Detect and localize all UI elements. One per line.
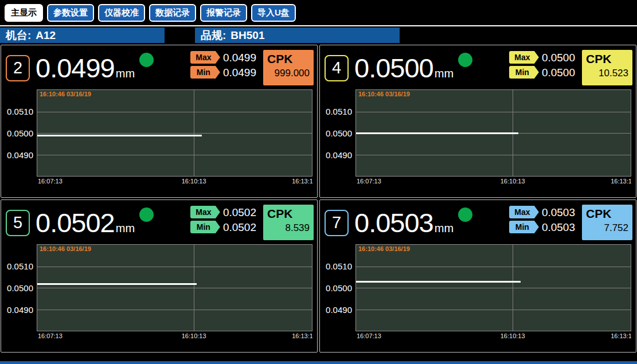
measurement-unit: mm xyxy=(435,67,454,80)
min-value: 0.0503 xyxy=(542,222,575,233)
x-axis: 16:07:13 16:10:13 16:13:13 xyxy=(355,178,631,186)
status-indicator xyxy=(139,208,154,222)
x-tick: 16:13:13 xyxy=(292,178,312,185)
chart-timestamp: 16:10:46 03/16/19 xyxy=(358,91,410,97)
chart-trace xyxy=(356,281,521,283)
chart-timestamp: 16:10:46 03/16/19 xyxy=(40,245,91,252)
channel-number: 4 xyxy=(325,55,349,81)
max-row: Max 0.0499 xyxy=(190,51,256,64)
cpk-label: CPK xyxy=(586,52,628,66)
measurement-unit: mm xyxy=(435,222,454,235)
x-tick: 16:10:13 xyxy=(182,332,206,339)
min-value: 0.0499 xyxy=(223,67,256,78)
panel-header: 4 0.0500 mm Max 0.0500 Min 0.0500 CPK 10… xyxy=(320,45,636,88)
status-indicator xyxy=(458,208,472,222)
cpk-label: CPK xyxy=(267,52,310,66)
x-tick: 16:13:13 xyxy=(292,332,312,339)
trend-chart: 16:10:46 03/16/19 xyxy=(355,244,631,331)
trend-chart: 16:10:46 03/16/19 xyxy=(37,244,312,331)
y-tick: 0.0500 xyxy=(7,128,33,138)
product-value: BH501 xyxy=(230,29,264,42)
grid-line xyxy=(37,133,312,134)
max-value: 0.0503 xyxy=(542,207,575,218)
min-badge: Min xyxy=(509,221,539,233)
tab-main-display[interactable]: 主显示 xyxy=(5,4,43,22)
machine-label: 机台: xyxy=(6,28,31,43)
panel-header: 7 0.0503 mm Max 0.0503 Min 0.0503 CPK 7.… xyxy=(320,200,636,242)
header-spacer xyxy=(165,28,195,43)
y-axis: 0.0510 0.0500 0.0490 xyxy=(320,89,355,177)
tab-export-usb[interactable]: 导入U盘 xyxy=(251,4,296,22)
max-badge: Max xyxy=(190,51,220,64)
y-tick: 0.0510 xyxy=(326,261,352,271)
y-tick: 0.0500 xyxy=(326,128,352,138)
x-axis: 16:07:13 16:10:13 16:13:13 xyxy=(37,178,312,186)
tab-data-records[interactable]: 数据记录 xyxy=(149,4,196,22)
panel-grid: 2 0.0499 mm Max 0.0499 Min 0.0499 CPK 99… xyxy=(0,45,637,353)
x-tick: 16:13:13 xyxy=(611,178,631,185)
measurement-readout: 0.0499 mm xyxy=(36,54,135,81)
y-axis: 0.0510 0.0500 0.0490 xyxy=(1,89,37,177)
y-axis: 0.0510 0.0500 0.0490 xyxy=(320,244,355,331)
measurement-value: 0.0503 xyxy=(354,209,433,236)
measurement-value: 0.0502 xyxy=(36,209,115,236)
min-badge: Min xyxy=(190,221,220,233)
max-value: 0.0502 xyxy=(223,207,256,218)
measurement-readout: 0.0503 mm xyxy=(354,209,454,236)
grid-line xyxy=(37,112,312,112)
measurement-value: 0.0500 xyxy=(354,54,433,81)
chart-trace xyxy=(356,132,518,134)
y-tick: 0.0490 xyxy=(326,150,352,160)
grid-line xyxy=(356,310,631,310)
y-axis: 0.0510 0.0500 0.0490 xyxy=(1,244,37,331)
max-badge: Max xyxy=(509,206,539,218)
measurement-readout: 0.0502 mm xyxy=(36,209,135,236)
min-row: Min 0.0503 xyxy=(509,221,575,233)
grid-line xyxy=(194,90,194,176)
cpk-value: 7.752 xyxy=(586,222,628,234)
panel-header: 5 0.0502 mm Max 0.0502 Min 0.0502 CPK 8.… xyxy=(1,200,317,242)
panel-header: 2 0.0499 mm Max 0.0499 Min 0.0499 CPK 99… xyxy=(1,45,317,88)
max-row: Max 0.0502 xyxy=(190,206,256,218)
y-tick: 0.0510 xyxy=(7,107,33,116)
max-badge: Max xyxy=(509,51,539,64)
chart-timestamp: 16:10:46 03/16/19 xyxy=(358,245,410,252)
chart-row: 0.0510 0.0500 0.0490 16:10:46 03/16/19 xyxy=(1,89,312,177)
y-tick: 0.0510 xyxy=(7,261,33,271)
trend-chart: 16:10:46 03/16/19 xyxy=(355,89,631,177)
tab-alarm-records[interactable]: 报警记录 xyxy=(200,4,247,22)
status-indicator xyxy=(458,53,472,67)
minmax-block: Max 0.0499 Min 0.0499 xyxy=(190,51,256,79)
minmax-block: Max 0.0502 Min 0.0502 xyxy=(190,206,256,233)
min-row: Min 0.0499 xyxy=(190,66,256,79)
channel-number: 2 xyxy=(6,55,30,81)
product-bar: 品规: BH501 xyxy=(195,28,400,43)
grid-line xyxy=(513,245,513,331)
channel-panel-4: 4 0.0500 mm Max 0.0500 Min 0.0500 CPK 10… xyxy=(319,45,636,198)
channel-number: 7 xyxy=(325,210,349,236)
grid-line xyxy=(356,267,631,267)
chart-trace xyxy=(37,283,197,285)
channel-number: 5 xyxy=(6,210,30,236)
channel-panel-2: 2 0.0499 mm Max 0.0499 Min 0.0499 CPK 99… xyxy=(1,45,318,198)
chart-row: 0.0510 0.0500 0.0490 16:10:46 03/16/19 xyxy=(320,89,631,177)
tab-instrument-calibration[interactable]: 仪器校准 xyxy=(98,4,145,22)
y-tick: 0.0500 xyxy=(7,283,33,293)
grid-line xyxy=(37,155,312,155)
chart-trace xyxy=(37,135,202,136)
min-row: Min 0.0502 xyxy=(190,221,256,233)
minmax-block: Max 0.0500 Min 0.0500 xyxy=(509,51,575,79)
max-row: Max 0.0500 xyxy=(509,51,575,64)
measurement-readout: 0.0500 mm xyxy=(354,54,454,81)
y-tick: 0.0510 xyxy=(326,107,352,116)
machine-bar: 机台: A12 xyxy=(0,28,165,43)
min-value: 0.0500 xyxy=(542,67,575,78)
tab-parameter-settings[interactable]: 参数设置 xyxy=(47,4,94,22)
max-value: 0.0500 xyxy=(542,52,575,63)
cpk-value: 8.539 xyxy=(267,222,310,234)
x-tick: 16:10:13 xyxy=(501,332,525,339)
minmax-block: Max 0.0503 Min 0.0503 xyxy=(509,206,575,233)
min-row: Min 0.0500 xyxy=(509,66,575,79)
machine-value: A12 xyxy=(36,29,56,42)
separator-line xyxy=(0,25,637,26)
